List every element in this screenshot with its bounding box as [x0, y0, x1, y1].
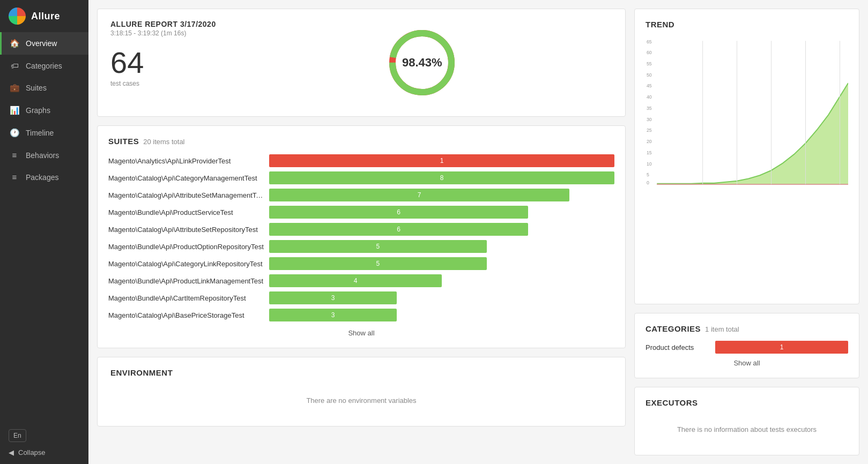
suite-name: Magento\Bundle\Api\ProductOptionReposito…	[108, 243, 264, 251]
suite-name: Magento\Catalog\Api\BasePriceStorageTest	[108, 311, 264, 319]
categories-header: CATEGORIES 1 item total	[646, 324, 848, 333]
suites-title: SUITES	[108, 137, 139, 146]
overview-text: ALLURE REPORT 3/17/2020 3:18:15 - 3:19:3…	[110, 20, 216, 87]
suite-bar-wrap: 7	[269, 189, 614, 201]
suite-bar: 1	[269, 154, 614, 167]
category-row[interactable]: Product defects1	[646, 341, 848, 354]
category-bar-wrap: 1	[715, 341, 848, 354]
suites-count: 20 items total	[143, 138, 184, 146]
suite-row[interactable]: Magento\Bundle\Api\ProductOptionReposito…	[108, 240, 614, 253]
sidebar-item-suites[interactable]: 💼Suites	[0, 77, 88, 99]
suite-row[interactable]: Magento\Catalog\Api\AttributeSetManageme…	[108, 189, 614, 201]
suite-bar-wrap: 3	[269, 309, 614, 321]
categories-list: Product defects1	[646, 341, 848, 354]
suite-row[interactable]: Magento\Analytics\Api\LinkProviderTest1	[108, 154, 614, 167]
suite-name: Magento\Catalog\Api\AttributeSetManageme…	[108, 191, 264, 199]
suite-bar-wrap: 6	[269, 206, 614, 219]
sidebar-item-categories[interactable]: 🏷Categories	[0, 55, 88, 77]
sidebar-item-label: Behaviors	[26, 151, 59, 160]
sidebar-item-label: Categories	[26, 62, 62, 70]
suite-row[interactable]: Magento\Bundle\Api\CartItemRepositoryTes…	[108, 291, 614, 304]
test-label: test cases	[110, 80, 216, 87]
report-title: ALLURE REPORT 3/17/2020	[110, 20, 216, 28]
suite-name: Magento\Bundle\Api\ProductLinkManagement…	[108, 277, 264, 285]
sidebar-item-timeline[interactable]: 🕐Timeline	[0, 122, 88, 144]
svg-text:0: 0	[647, 180, 649, 185]
sidebar-item-graphs[interactable]: 📊Graphs	[0, 99, 88, 122]
behaviors-icon: ≡	[10, 151, 19, 160]
trend-chart: 65 60 55 50 45 40 35 30 25 20 15 10 5 0	[646, 35, 848, 188]
left-column: ALLURE REPORT 3/17/2020 3:18:15 - 3:19:3…	[97, 9, 626, 455]
svg-text:5: 5	[647, 172, 649, 177]
suites-icon: 💼	[10, 83, 19, 93]
sidebar-header: Allure	[0, 0, 88, 32]
svg-text:60: 60	[647, 50, 652, 55]
app-title: Allure	[31, 11, 60, 22]
suite-bar: 6	[269, 206, 528, 219]
suite-row[interactable]: Magento\Catalog\Api\AttributeSetReposito…	[108, 223, 614, 236]
categories-icon: 🏷	[10, 61, 19, 70]
svg-text:15: 15	[647, 150, 652, 155]
svg-marker-16	[657, 83, 848, 184]
category-name: Product defects	[646, 343, 710, 351]
svg-text:55: 55	[647, 61, 652, 66]
suite-bar-wrap: 1	[269, 154, 614, 167]
suite-bar: 4	[269, 274, 442, 287]
suite-bar: 3	[269, 309, 397, 321]
svg-text:30: 30	[647, 116, 652, 122]
sidebar-item-packages[interactable]: ≡Packages	[0, 166, 88, 188]
suite-bar-wrap: 5	[269, 240, 614, 253]
sidebar-item-label: Suites	[26, 84, 47, 92]
environment-title: ENVIRONMENT	[110, 368, 612, 377]
suite-row[interactable]: Magento\Catalog\Api\CategoryLinkReposito…	[108, 257, 614, 270]
environment-card: ENVIRONMENT There are no environment var…	[97, 357, 626, 426]
collapse-button[interactable]: ◀ Collapse	[9, 448, 80, 456]
suite-bar-wrap: 6	[269, 223, 614, 236]
suite-bar-wrap: 5	[269, 257, 614, 270]
donut-percent: 98.43%	[402, 56, 442, 70]
suite-bar: 7	[269, 189, 569, 201]
svg-text:25: 25	[647, 128, 652, 133]
categories-show-all[interactable]: Show all	[646, 359, 848, 367]
suite-name: Magento\Bundle\Api\CartItemRepositoryTes…	[108, 294, 264, 302]
packages-icon: ≡	[10, 173, 19, 182]
content-grid: ALLURE REPORT 3/17/2020 3:18:15 - 3:19:3…	[97, 9, 859, 455]
svg-text:65: 65	[647, 39, 652, 44]
suites-card: SUITES 20 items total Magento\Analytics\…	[97, 125, 626, 348]
trend-card: TREND 65 60 55 50 45 40 35 30 25 20	[634, 9, 859, 304]
graphs-icon: 📊	[10, 106, 19, 115]
sidebar: Allure 🏠Overview🏷Categories💼Suites📊Graph…	[0, 0, 88, 464]
suite-row[interactable]: Magento\Bundle\Api\ProductServiceTest6	[108, 206, 614, 219]
sidebar-item-overview[interactable]: 🏠Overview	[0, 32, 88, 55]
suite-name: Magento\Analytics\Api\LinkProviderTest	[108, 157, 264, 165]
svg-text:10: 10	[647, 161, 652, 166]
report-time: 3:18:15 - 3:19:32 (1m 16s)	[110, 29, 216, 37]
timeline-icon: 🕐	[10, 128, 19, 138]
suite-bar: 6	[269, 223, 528, 236]
suite-bar: 5	[269, 257, 487, 270]
suite-bar: 8	[269, 171, 614, 184]
allure-logo	[9, 8, 26, 25]
suite-row[interactable]: Magento\Catalog\Api\BasePriceStorageTest…	[108, 309, 614, 321]
environment-empty: There are no environment variables	[110, 386, 612, 415]
nav-menu: 🏠Overview🏷Categories💼Suites📊Graphs🕐Timel…	[0, 32, 88, 188]
suite-row[interactable]: Magento\Catalog\Api\CategoryManagementTe…	[108, 171, 614, 184]
suites-list: Magento\Analytics\Api\LinkProviderTest1M…	[108, 154, 614, 321]
categories-count: 1 item total	[705, 325, 739, 333]
suites-show-all[interactable]: Show all	[108, 329, 614, 337]
language-button[interactable]: En	[9, 429, 26, 442]
svg-text:40: 40	[647, 94, 652, 100]
suite-row[interactable]: Magento\Bundle\Api\ProductLinkManagement…	[108, 274, 614, 287]
trend-svg: 65 60 55 50 45 40 35 30 25 20 15 10 5 0	[646, 35, 848, 185]
sidebar-bottom: En ◀ Collapse	[0, 422, 88, 464]
test-count: 64	[110, 48, 216, 78]
executors-card: EXECUTORS There is no information about …	[634, 387, 859, 455]
sidebar-item-behaviors[interactable]: ≡Behaviors	[0, 144, 88, 166]
categories-card: CATEGORIES 1 item total Product defects1…	[634, 313, 859, 378]
overview-icon: 🏠	[10, 39, 19, 48]
right-column: TREND 65 60 55 50 45 40 35 30 25 20	[634, 9, 859, 455]
suite-name: Magento\Catalog\Api\CategoryLinkReposito…	[108, 260, 264, 268]
suite-bar-wrap: 8	[269, 171, 614, 184]
svg-text:20: 20	[647, 139, 652, 144]
sidebar-item-label: Packages	[26, 173, 58, 182]
